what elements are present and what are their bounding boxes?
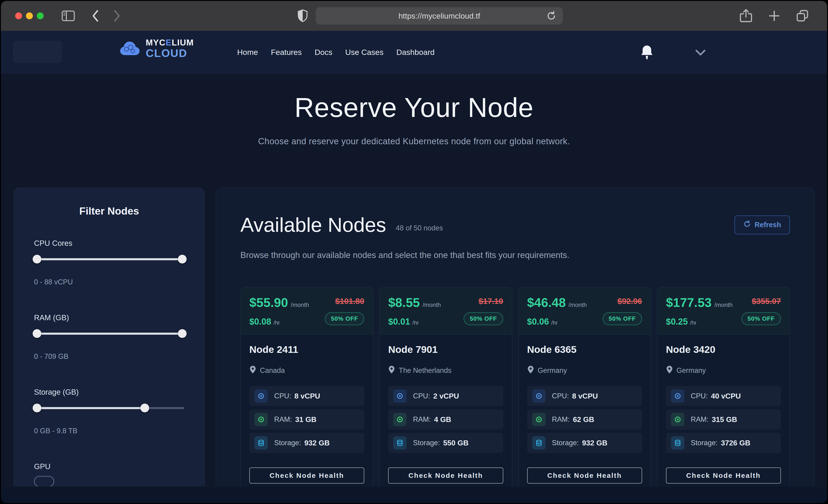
privacy-shield-icon[interactable]	[297, 9, 308, 22]
account-chevron-down-icon[interactable]	[695, 49, 706, 58]
node-name: Node 3420	[666, 344, 781, 355]
minimize-window-button[interactable]	[26, 12, 33, 19]
check-node-health-button[interactable]: Check Node Health	[666, 467, 781, 484]
ram-icon	[532, 413, 546, 426]
cpu-cores-slider[interactable]	[34, 255, 184, 264]
traffic-lights	[15, 12, 44, 19]
back-icon[interactable]	[91, 10, 99, 22]
cpu-spec-value: 40 vCPU	[711, 392, 741, 401]
cpu-slider-min-handle[interactable]	[33, 255, 41, 263]
slider-range	[34, 333, 184, 335]
ram-icon	[393, 413, 407, 426]
ram-icon	[671, 413, 685, 426]
cpu-spec-row: CPU: 8 vCPU	[249, 386, 364, 406]
check-node-health-button[interactable]: Check Node Health	[388, 467, 503, 484]
slider-track[interactable]	[34, 258, 184, 260]
node-card-body: Node 2411 Canada CPU: 8 vCPU	[241, 335, 373, 486]
node-pricing-header: $8.55 /month $0.01 /hr $17.10 50% OFF	[379, 287, 512, 335]
forward-icon[interactable]	[113, 10, 121, 22]
sidebar-toggle-icon[interactable]	[61, 10, 75, 22]
gpu-toggle[interactable]	[34, 476, 54, 486]
node-count: 48 of 50 nodes	[396, 224, 443, 232]
monthly-price: $46.48	[527, 295, 566, 310]
zoom-window-button[interactable]	[37, 12, 44, 19]
discount-badge: 50% OFF	[463, 312, 503, 325]
node-card: $8.55 /month $0.01 /hr $17.10 50% OFF No…	[379, 287, 512, 486]
storage-spec-label: Storage:	[413, 439, 440, 447]
monthly-price: $8.55	[388, 295, 420, 310]
storage-spec-value: 932 GB	[582, 439, 607, 447]
ram-range-text: 0 - 709 GB	[34, 352, 184, 361]
ram-slider-max-handle[interactable]	[178, 329, 187, 338]
window-bottom-band	[1, 486, 827, 503]
cpu-icon	[254, 389, 268, 403]
ram-spec-label: RAM:	[413, 415, 431, 424]
discount-badge: 50% OFF	[325, 312, 364, 325]
filter-group-cpu: CPU Cores 0 - 88 vCPU	[34, 239, 184, 286]
ram-spec-value: 62 GB	[573, 415, 594, 424]
available-nodes-title: Available Nodes	[240, 213, 386, 237]
original-price: $355.07	[752, 297, 781, 306]
hourly-unit: /hr	[551, 320, 558, 326]
node-pricing-header: $46.48 /month $0.06 /hr $92.96 50% OFF	[519, 287, 651, 335]
cpu-icon	[393, 389, 407, 403]
ram-spec-row: RAM: 31 GB	[249, 409, 364, 429]
notification-bell-icon[interactable]	[640, 44, 654, 61]
monthly-unit: /month	[423, 301, 441, 308]
original-price: $17.10	[479, 297, 503, 306]
filter-group-storage: Storage (GB) 0 GB - 9.8 TB	[34, 388, 184, 435]
storage-slider[interactable]	[34, 404, 184, 413]
storage-slider-min-handle[interactable]	[33, 404, 41, 412]
cpu-spec-value: 2 vCPU	[433, 392, 459, 401]
cpu-icon	[671, 389, 685, 403]
storage-label: Storage (GB)	[34, 388, 184, 396]
cpu-icon	[532, 389, 546, 403]
ram-slider-min-handle[interactable]	[33, 329, 41, 338]
monthly-unit: /month	[569, 301, 587, 308]
storage-spec-value: 932 GB	[304, 439, 330, 447]
new-tab-icon[interactable]	[768, 9, 781, 23]
url-text: https://myceliumcloud.tf	[399, 11, 480, 20]
storage-spec-row: Storage: 932 GB	[527, 433, 642, 453]
monthly-price: $177.53	[666, 295, 712, 310]
reload-icon[interactable]	[546, 10, 557, 22]
site-navbar: MYCELIUM CLOUD Home Features Docs Use Ca…	[1, 31, 827, 74]
hero-section: Reserve Your Node Choose and reserve you…	[1, 74, 827, 188]
refresh-button[interactable]: Refresh	[735, 215, 790, 234]
check-node-health-button[interactable]: Check Node Health	[527, 467, 642, 484]
browser-window: https://myceliumcloud.tf	[1, 1, 827, 503]
storage-slider-max-handle[interactable]	[140, 404, 149, 412]
ram-spec-label: RAM:	[274, 415, 292, 424]
brand-logo[interactable]: MYCELIUM CLOUD	[119, 38, 194, 59]
ram-slider[interactable]	[34, 329, 184, 338]
nav-link-home[interactable]: Home	[237, 48, 258, 57]
hourly-price: $0.08	[249, 317, 271, 327]
nav-link-dashboard[interactable]: Dashboard	[397, 48, 434, 57]
slider-track[interactable]	[34, 333, 184, 335]
share-icon[interactable]	[739, 9, 753, 23]
gpu-label: GPU	[34, 462, 184, 471]
ram-spec-row: RAM: 315 GB	[666, 409, 781, 429]
hourly-price: $0.06	[527, 317, 549, 327]
tab-overview-icon[interactable]	[796, 9, 809, 23]
node-name: Node 2411	[249, 344, 364, 355]
page-content: MYCELIUM CLOUD Home Features Docs Use Ca…	[1, 31, 827, 486]
url-bar[interactable]: https://myceliumcloud.tf	[316, 7, 563, 25]
node-cards: $55.90 /month $0.08 /hr $101.80 50% OFF …	[240, 287, 790, 486]
cpu-spec-label: CPU:	[691, 392, 708, 400]
location-pin-icon	[666, 365, 673, 376]
slider-track[interactable]	[34, 407, 184, 409]
ram-spec-label: RAM:	[691, 415, 709, 424]
nav-link-features[interactable]: Features	[271, 48, 302, 57]
nav-links: Home Features Docs Use Cases Dashboard	[237, 31, 434, 74]
nav-link-use-cases[interactable]: Use Cases	[345, 48, 383, 57]
check-node-health-button[interactable]: Check Node Health	[249, 467, 364, 484]
storage-spec-label: Storage:	[691, 439, 718, 447]
cpu-slider-max-handle[interactable]	[178, 255, 187, 263]
close-window-button[interactable]	[15, 12, 22, 19]
nav-link-docs[interactable]: Docs	[315, 48, 332, 57]
cpu-range-text: 0 - 88 vCPU	[34, 278, 184, 286]
ram-icon	[254, 413, 268, 426]
cloud-logo-icon	[119, 39, 141, 58]
cpu-spec-label: CPU:	[274, 392, 291, 400]
